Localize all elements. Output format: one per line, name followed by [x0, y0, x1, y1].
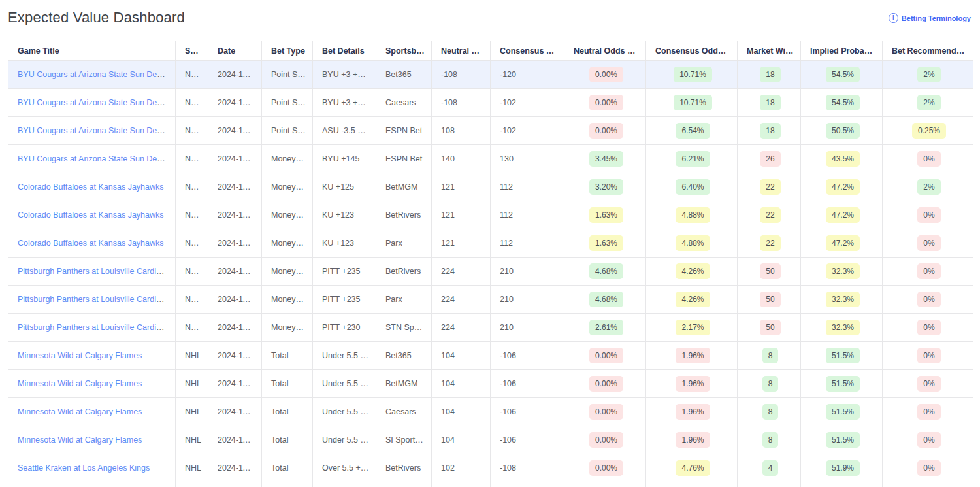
column-header-game[interactable]: Game Title: [8, 41, 176, 61]
game-title-link[interactable]: Colorado Buffaloes at Kansas Jayhawks: [18, 182, 164, 192]
implied_prob-cell: [801, 482, 883, 487]
column-header-sport[interactable]: Sport: [176, 41, 208, 61]
date-cell: 2024-11-23: [208, 258, 262, 286]
betting-terminology-link[interactable]: i Betting Terminology: [889, 13, 971, 23]
column-header-date[interactable]: Date: [208, 41, 262, 61]
game-title-link[interactable]: Minnesota Wild at Calgary Flames: [18, 379, 142, 388]
neutral_ev-badge: 4.68%: [589, 292, 623, 307]
bet_details-cell: ASU -3.5 +100: [313, 117, 376, 145]
bet_rec-cell: 0%: [883, 454, 973, 482]
expected-value-table: Game TitleSportDateBet TypeBet DetailsSp…: [8, 41, 973, 487]
implied_prob-cell: 50.5%: [801, 117, 883, 145]
neutral_ev-badge: 0.00%: [589, 432, 623, 448]
game-title-link[interactable]: Pittsburgh Panthers at Louisville Cardin…: [18, 323, 171, 332]
game-title-link[interactable]: Minnesota Wild at Calgary Flames: [18, 351, 142, 360]
column-header-bet_details[interactable]: Bet Details: [313, 41, 376, 61]
implied_prob-cell: 51.5%: [801, 398, 883, 426]
market_width-badge: 26: [760, 151, 780, 167]
table-row: Minnesota Wild at Calgary FlamesNHL2024-…: [8, 370, 973, 398]
game-title-link[interactable]: Colorado Buffaloes at Kansas Jayhawks: [18, 210, 164, 220]
bet_rec-badge: 0%: [917, 292, 940, 307]
neutral_ev-cell: 0.00%: [564, 398, 646, 426]
column-header-neutral_ev[interactable]: Neutral Odds EV%: [564, 41, 646, 61]
consensus_odds-cell: 112: [491, 201, 564, 229]
top-bar: Expected Value Dashboard i Betting Termi…: [0, 0, 980, 31]
consensus_ev-badge: 4.26%: [676, 292, 710, 307]
consensus_ev-cell: 10.71%: [646, 61, 738, 89]
game-title-link[interactable]: Seattle Kraken at Los Angeles Kings: [18, 463, 150, 473]
bet_rec-cell: 2%: [883, 61, 973, 89]
neutral_ev-badge: 0.00%: [589, 123, 623, 139]
sportsbook-cell: BetRivers: [376, 201, 432, 229]
game-cell: BYU Cougars at Arizona State Sun Devils: [8, 145, 176, 173]
column-header-bet_type[interactable]: Bet Type: [262, 41, 313, 61]
table-row: Colorado Buffaloes at Kansas JayhawksNCA…: [8, 201, 973, 229]
game-title-link[interactable]: BYU Cougars at Arizona State Sun Devils: [18, 70, 169, 79]
info-icon: i: [889, 13, 898, 23]
market_width-cell: 18: [738, 89, 801, 117]
neutral_ev-badge: 1.63%: [589, 235, 623, 251]
market_width-cell: 22: [738, 173, 801, 201]
consensus_odds-cell: 210: [491, 258, 564, 286]
column-header-bet_rec[interactable]: Bet Recommendation: [883, 41, 973, 61]
implied_prob-badge: 51.5%: [826, 404, 860, 420]
game-cell: Pittsburgh Panthers at Louisville Cardin…: [8, 314, 176, 342]
column-header-consensus_odds[interactable]: Consensus Odds: [491, 41, 564, 61]
sport-cell: NCAAF: [176, 145, 208, 173]
sport-cell: NCAAF: [176, 286, 208, 314]
column-header-neutral_odds[interactable]: Neutral Odds: [432, 41, 491, 61]
column-header-implied_prob[interactable]: Implied Probability: [801, 41, 883, 61]
neutral_odds-cell: 121: [432, 229, 491, 258]
game-title-link[interactable]: Pittsburgh Panthers at Louisville Cardin…: [18, 295, 171, 304]
sportsbook-cell: Bet365: [376, 342, 432, 370]
table-row: Pittsburgh Panthers at Louisville Cardin…: [8, 286, 973, 314]
game-title-link[interactable]: Minnesota Wild at Calgary Flames: [18, 407, 142, 416]
consensus_ev-cell: 4.26%: [646, 286, 738, 314]
game-title-link[interactable]: Colorado Buffaloes at Kansas Jayhawks: [18, 239, 164, 248]
game-title-link[interactable]: BYU Cougars at Arizona State Sun Devils: [18, 98, 169, 107]
neutral_odds-cell: 140: [432, 145, 491, 173]
game-cell: BYU Cougars at Arizona State Sun Devils: [8, 61, 176, 89]
bet_rec-cell: 0%: [883, 370, 973, 398]
implied_prob-badge: 32.3%: [826, 320, 860, 335]
sport-cell: NCAAF: [176, 314, 208, 342]
market_width-badge: 22: [760, 235, 780, 251]
bet_rec-cell: 0%: [883, 258, 973, 286]
neutral_ev-cell: 1.63%: [564, 229, 646, 258]
bet_details-cell: BYU +3 +100: [313, 61, 376, 89]
neutral_odds-cell: 224: [432, 314, 491, 342]
consensus_ev-cell: 10.71%: [646, 89, 738, 117]
neutral_ev-badge: 0.00%: [589, 67, 623, 82]
game-cell: Minnesota Wild at Calgary Flames: [8, 342, 176, 370]
game-title-link[interactable]: BYU Cougars at Arizona State Sun Devils: [18, 126, 169, 135]
market_width-badge: 8: [762, 404, 779, 420]
table-row: Colorado Buffaloes at Kansas JayhawksNCA…: [8, 173, 973, 201]
table-row: BYU Cougars at Arizona State Sun DevilsN…: [8, 89, 973, 117]
game-title-link[interactable]: Pittsburgh Panthers at Louisville Cardin…: [18, 267, 171, 276]
column-header-market_width[interactable]: Market Width: [738, 41, 801, 61]
neutral_odds-cell: 121: [432, 201, 491, 229]
game-title-link[interactable]: BYU Cougars at Arizona State Sun Devils: [18, 154, 169, 163]
implied_prob-badge: 47.2%: [826, 235, 860, 251]
column-header-sportsbook[interactable]: Sportsbook: [376, 41, 432, 61]
consensus_odds-cell: 112: [491, 229, 564, 258]
game-title-link[interactable]: Minnesota Wild at Calgary Flames: [18, 435, 142, 445]
column-header-consensus_ev[interactable]: Consensus Odds EV%: [646, 41, 738, 61]
implied_prob-cell: 47.2%: [801, 229, 883, 258]
consensus_odds-cell: -106: [491, 426, 564, 454]
consensus_odds-cell: -106: [491, 370, 564, 398]
neutral_ev-badge: 0.00%: [589, 348, 623, 363]
table-row: BYU Cougars at Arizona State Sun DevilsN…: [8, 117, 973, 145]
bet_details-cell: Over 5.5 +100: [313, 454, 376, 482]
consensus_ev-cell: 4.88%: [646, 229, 738, 258]
date-cell: [208, 482, 262, 487]
date-cell: 2024-11-23: [208, 201, 262, 229]
bet_type-cell: Total: [262, 398, 313, 426]
date-cell: 2024-11-23: [208, 117, 262, 145]
date-cell: 2024-11-23: [208, 454, 262, 482]
implied_prob-badge: 32.3%: [826, 292, 860, 307]
sportsbook-cell: BetMGM: [376, 173, 432, 201]
date-cell: 2024-11-23: [208, 89, 262, 117]
market_width-badge: 18: [760, 67, 780, 82]
market_width-cell: 18: [738, 61, 801, 89]
